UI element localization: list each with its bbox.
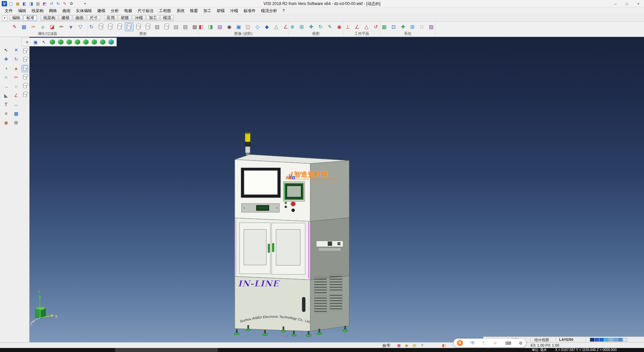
tab-molding[interactable]: 塑膜 (118, 15, 131, 21)
grid-system-icon[interactable]: ⊞ (408, 23, 417, 31)
snapshot-icon[interactable]: ▣ (234, 23, 243, 31)
absolute-view-label[interactable]: 绝对视图 (534, 338, 549, 343)
menu-file[interactable]: 文件 (2, 7, 15, 14)
pan-view-icon[interactable]: ✚ (307, 23, 316, 31)
cylinder-box-icon[interactable] (162, 23, 171, 31)
solids-list-icon[interactable]: ▤ (172, 23, 180, 31)
iso-grid-icon[interactable]: ▨ (427, 23, 436, 31)
close-button[interactable]: × (633, 0, 644, 7)
status-render-icon[interactable]: ◉ (404, 343, 409, 348)
ime-emoji-icon[interactable]: ☺ (493, 341, 497, 345)
menu-solid-edit[interactable]: 实体编辑 (73, 7, 95, 14)
menu-standard-parts[interactable]: 标准件 (241, 7, 258, 14)
ime-toolbox-icon[interactable]: ⚙ (519, 341, 523, 346)
filter-remove-icon[interactable]: ▽ (76, 23, 85, 31)
tab-surface[interactable]: 曲面 (73, 15, 86, 21)
dot-grid-icon[interactable]: ∷ (418, 23, 426, 31)
grid-tool-icon[interactable]: ⊞ (12, 119, 20, 127)
tab-flow[interactable]: 模流 (160, 15, 174, 21)
rotate-tool-icon[interactable]: ↻ (12, 55, 20, 63)
menu-analysis[interactable]: 分析 (108, 7, 121, 14)
tab-edit[interactable]: 编辑 (9, 15, 23, 21)
ime-punctuation-icon[interactable]: °, (482, 341, 485, 345)
translucent-mode-icon[interactable] (134, 23, 143, 31)
view-back-icon[interactable] (65, 38, 73, 46)
move-tool-icon[interactable]: ✚ (2, 55, 10, 63)
solid-cube-icon[interactable]: ◆ (263, 23, 271, 31)
dimension-tool-icon[interactable]: ↔ (12, 100, 20, 108)
solid-box-icon[interactable]: ▧ (153, 23, 162, 31)
hidden-line-mode-icon[interactable] (106, 23, 115, 31)
zoom-extents-icon[interactable]: ⊕ (288, 23, 297, 31)
menu-mold[interactable]: 塑模 (214, 7, 227, 14)
color-mosaic-icon[interactable]: ▦ (380, 23, 389, 31)
fillet-tool-icon[interactable]: ∩ (12, 82, 20, 90)
viewport-3d[interactable]: AB IN-LINE Suzhou (30, 37, 644, 342)
body-visibility-4[interactable] (21, 74, 28, 81)
view-axon-icon[interactable] (107, 38, 115, 46)
view-top-icon[interactable] (91, 38, 98, 46)
layer-list-icon[interactable]: ≡ (39, 23, 47, 31)
workplane-angle-icon[interactable]: ∠ (353, 23, 362, 31)
filter-add-icon[interactable]: ▼ (67, 23, 75, 31)
machine-model[interactable]: AB IN-LINE Suzhou (234, 132, 349, 338)
tab-dropdown-icon[interactable]: ▾ (2, 15, 7, 21)
cut-filter-icon[interactable]: ✂ (29, 23, 38, 31)
status-help-icon[interactable]: ? (420, 343, 425, 348)
snap-tool-icon[interactable]: ◉ (2, 119, 10, 127)
view-iso-icon[interactable] (49, 38, 56, 46)
tray-cube-icon[interactable]: ◧ (441, 343, 446, 348)
wire-cube-icon[interactable]: ◇ (253, 23, 262, 31)
view-bottom-icon[interactable] (99, 38, 106, 46)
status-snap-icon[interactable]: ▦ (396, 343, 401, 348)
regen-view-icon[interactable]: ↻ (87, 23, 96, 31)
select-tool-icon[interactable]: ↖ (2, 46, 10, 54)
body-visibility-6[interactable] (21, 91, 28, 98)
maximize-button[interactable]: □ (621, 0, 633, 7)
minimize-button[interactable]: – (610, 0, 621, 7)
tab-wireframe[interactable]: 线架构 (41, 15, 58, 21)
image-compare-icon[interactable]: ◫ (244, 23, 253, 31)
workplane-reset-icon[interactable]: ↺ (372, 23, 380, 31)
stereo-left-icon[interactable]: ◧ (197, 23, 206, 31)
sogou-logo-icon[interactable]: S (457, 340, 463, 346)
stereo-right-icon[interactable]: ◨ (206, 23, 215, 31)
menu-die[interactable]: 冲模 (227, 7, 241, 14)
menu-window[interactable]: 视窗 (187, 7, 201, 14)
body-visibility-5[interactable] (21, 82, 28, 90)
menu-flow-analysis[interactable]: 模流分析 (258, 7, 280, 14)
edit-attribute-icon[interactable]: ✏ (57, 23, 66, 31)
status-layer-icon[interactable]: ▤ (412, 343, 417, 348)
film-strip-icon[interactable]: ▤ (216, 23, 224, 31)
menu-dimensioning[interactable]: 尺寸标注 (135, 7, 156, 14)
wireframe-mode-icon[interactable] (97, 23, 105, 31)
ime-mode-chinese[interactable]: 中 (471, 340, 475, 346)
display-filter-icon[interactable]: ✎ (10, 23, 19, 31)
orbit-view-icon[interactable]: ↻ (316, 23, 325, 31)
select-arrow-icon[interactable]: ↖ (40, 38, 48, 46)
menu-system[interactable]: 系统 (174, 7, 187, 14)
chamfer-tool-icon[interactable]: ◣ (2, 91, 10, 99)
attribute-paint-icon[interactable]: ▦ (20, 23, 29, 31)
tab-standard[interactable]: 标准 (23, 15, 37, 21)
layer-stack-icon[interactable]: ≡ (23, 38, 31, 46)
mirror-tool-icon[interactable]: ◑ (2, 64, 10, 72)
erase-tool-icon[interactable]: ✕ (12, 46, 20, 54)
tab-stamping[interactable]: 冲模 (132, 15, 146, 21)
draft-mode-icon[interactable] (144, 23, 152, 31)
body-visibility-2[interactable] (21, 56, 28, 63)
workplane-xy-icon[interactable]: ⊥ (343, 23, 352, 31)
offset-tool-icon[interactable]: ≈ (2, 73, 10, 81)
tab-machining[interactable]: 加工 (146, 15, 160, 21)
view-pin-icon[interactable]: ◉ (335, 23, 344, 31)
body-visibility-1[interactable] (21, 47, 28, 55)
tab-dimension[interactable]: 尺寸 (87, 15, 100, 21)
menu-help[interactable]: ? (280, 7, 287, 14)
layer-color-bars[interactable] (590, 338, 627, 342)
menu-modeling[interactable]: 建模 (95, 7, 108, 14)
workplane-3point-icon[interactable]: △ (362, 23, 371, 31)
measure-tool-icon[interactable]: ∠ (12, 91, 20, 99)
layer-tool-icon[interactable]: ≡ (2, 109, 10, 118)
erase-attribute-icon[interactable]: ◪ (48, 23, 57, 31)
menu-machining[interactable]: 加工 (201, 7, 214, 14)
